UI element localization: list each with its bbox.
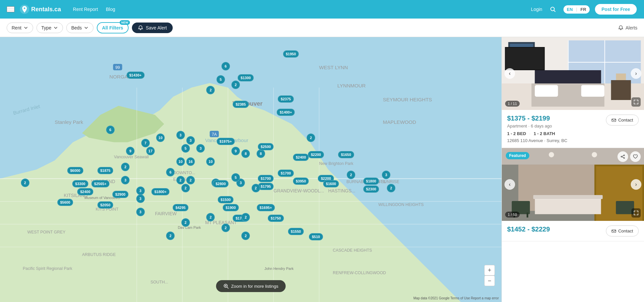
map-marker-m73[interactable]: 2	[181, 218, 190, 227]
listing-1-expand-button[interactable]	[631, 97, 641, 107]
map-marker-m43[interactable]: $2900	[112, 191, 129, 198]
map-marker-m6[interactable]: 2	[206, 86, 215, 94]
map-marker-m4[interactable]: 5	[216, 75, 225, 84]
map-marker-m78[interactable]: $1500	[218, 196, 234, 203]
listing-2-share-button[interactable]	[617, 151, 628, 162]
map-marker-m25[interactable]: 2	[307, 133, 315, 142]
map-marker-m62[interactable]: 2	[347, 171, 355, 179]
map-marker-m47[interactable]: $5600	[57, 199, 73, 206]
map-marker-m18[interactable]: 3	[186, 136, 195, 145]
map-marker-m59[interactable]: $3950	[293, 177, 309, 185]
listing-1-contact-button[interactable]: Contact	[606, 115, 639, 126]
map-marker-m9[interactable]: $2375	[278, 95, 294, 103]
map-marker-m67[interactable]: $1900	[223, 204, 239, 211]
map-marker-m64[interactable]: 3	[382, 171, 390, 179]
map-marker-m35[interactable]: $1875	[97, 167, 113, 174]
map-marker-m56[interactable]: $1700	[258, 175, 274, 182]
listing-2-prev-button[interactable]: ‹	[504, 179, 515, 190]
map-marker-m49[interactable]: 3	[136, 194, 145, 203]
listing-1-next-button[interactable]: ›	[631, 68, 641, 79]
map-marker-m50[interactable]: $4295	[172, 204, 189, 211]
map-marker-m39[interactable]: $2565+	[91, 180, 109, 187]
map-marker-m46[interactable]: 2	[181, 184, 190, 192]
map-marker-m30[interactable]: 2	[176, 176, 185, 184]
map-marker-m52[interactable]: $1650	[338, 151, 354, 158]
map-marker-m23[interactable]: 8	[257, 149, 265, 158]
map-marker-m68[interactable]: $1695+	[257, 204, 275, 211]
listing-2-favorite-button[interactable]	[630, 151, 641, 162]
map-marker-m12[interactable]: 10	[156, 133, 165, 142]
listing-2-next-button[interactable]: ›	[631, 179, 641, 190]
map-marker-m58[interactable]: 2	[252, 184, 260, 192]
map-marker-m61[interactable]: $1600	[323, 180, 339, 187]
logo[interactable]: Rentals.ca	[20, 5, 61, 14]
map-marker-m29[interactable]: 6	[166, 168, 175, 176]
map-marker-m16[interactable]: 9	[126, 147, 135, 155]
type-filter-button[interactable]: Type	[36, 23, 63, 33]
listing-1-prev-button[interactable]: ‹	[504, 68, 515, 79]
beds-filter-button[interactable]: Beds	[66, 23, 93, 33]
map-marker-m45[interactable]: $1800+	[151, 188, 170, 195]
map-marker-m21[interactable]: 9	[231, 147, 240, 155]
map-marker-m34[interactable]: $2800	[212, 180, 229, 187]
all-filters-button[interactable]: NEW All Filters	[97, 22, 129, 33]
alerts-button[interactable]: Alerts	[618, 25, 637, 30]
map-marker-m41[interactable]: 2	[21, 178, 29, 187]
map-marker-m65[interactable]: $2300	[363, 185, 379, 193]
map-marker-m22[interactable]: 8	[241, 149, 250, 158]
map-marker-m11[interactable]: 6	[106, 126, 115, 134]
map-marker-m74[interactable]: 2	[221, 224, 230, 232]
map-marker-m51[interactable]: $2200	[308, 151, 324, 158]
map-marker-m13[interactable]: 7	[141, 139, 150, 147]
map-marker-m77[interactable]: 2	[387, 184, 395, 192]
lang-en-button[interactable]: EN	[563, 5, 576, 14]
map-marker-m76[interactable]: $510	[309, 233, 323, 240]
map-marker-m70[interactable]: $1750	[268, 215, 284, 222]
map-marker-m36[interactable]: 2	[121, 163, 130, 171]
map-marker-m27[interactable]: 16	[186, 157, 195, 166]
map-marker-m10[interactable]: $1400+	[277, 109, 295, 116]
map-marker-m48[interactable]: $2050	[97, 201, 113, 209]
map-marker-m71[interactable]: 2	[206, 213, 215, 222]
zoom-hint[interactable]: Zoom in for more listings	[216, 280, 285, 292]
map-marker-m44[interactable]: 3	[136, 186, 145, 195]
map-marker-m2[interactable]: $1950	[283, 50, 299, 58]
map-area[interactable]: NORGATE Stanley Park WEST LYNN LYNNMOUR …	[0, 37, 501, 302]
map-marker-m15[interactable]: 17	[146, 147, 155, 155]
map-marker-m20[interactable]: $1975+	[216, 138, 235, 145]
map-marker-m14[interactable]: 3	[176, 131, 185, 139]
map-marker-m80[interactable]: 2	[241, 231, 250, 240]
nav-blog[interactable]: Blog	[106, 7, 115, 12]
nav-rent-report[interactable]: Rent Report	[73, 7, 98, 12]
listing-2-expand-button[interactable]	[631, 208, 641, 218]
map-marker-m42[interactable]: $2400	[77, 188, 93, 195]
map-marker-m26[interactable]: 10	[176, 157, 185, 166]
map-marker-m63[interactable]: $1800	[363, 177, 379, 185]
map-marker-m31[interactable]: 2	[186, 176, 195, 184]
map-marker-m79[interactable]: 2	[166, 231, 175, 240]
map-marker-m75[interactable]: $1550	[288, 228, 304, 235]
map-marker-m28[interactable]: 10	[206, 157, 215, 166]
listing-2-contact-button[interactable]: Contact	[606, 226, 639, 236]
hamburger-menu[interactable]	[7, 6, 15, 12]
map-marker-m38[interactable]: $3300	[72, 180, 88, 187]
save-alert-button[interactable]: Save Alert	[132, 23, 173, 33]
rent-filter-button[interactable]: Rent	[7, 23, 33, 33]
map-marker-m17[interactable]: 5	[181, 144, 190, 153]
post-free-button[interactable]: Post for Free	[594, 3, 637, 15]
map-marker-m37[interactable]: $6000	[67, 167, 84, 174]
map-marker-m72[interactable]: 2	[241, 213, 250, 222]
zoom-out-button[interactable]: −	[484, 276, 495, 286]
lang-fr-button[interactable]: FR	[577, 5, 589, 14]
map-marker-m8[interactable]: $2385	[233, 101, 249, 108]
map-marker-m19[interactable]: 3	[196, 144, 205, 153]
map-marker-m24[interactable]: $2500	[258, 143, 274, 150]
map-marker-m55[interactable]: 5	[231, 173, 240, 182]
map-marker-m54[interactable]: $1700	[278, 170, 294, 177]
zoom-in-button[interactable]: +	[484, 265, 495, 276]
map-marker-m3[interactable]: 6	[221, 62, 230, 71]
map-marker-m40[interactable]: 3	[121, 176, 130, 184]
map-marker-m5[interactable]: $1300	[238, 74, 254, 81]
map-marker-m57[interactable]: $1795	[258, 183, 274, 190]
map-marker-m53[interactable]: $2400	[293, 154, 309, 161]
